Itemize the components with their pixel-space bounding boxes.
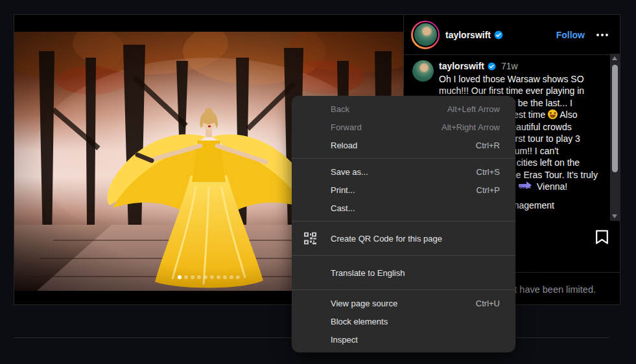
- menu-separator: [292, 255, 515, 256]
- menu-item-label: Translate to English: [331, 268, 405, 278]
- menu-item-back: BackAlt+Left Arrow: [292, 100, 515, 118]
- carousel-dot[interactable]: [230, 275, 233, 279]
- comment-avatar[interactable]: [412, 60, 434, 82]
- soon-arrow-emoji: SOON: [517, 182, 534, 191]
- carousel-dot[interactable]: [223, 275, 227, 279]
- menu-item-label: Reload: [331, 141, 357, 150]
- menu-item-view-page-source[interactable]: View page sourceCtrl+U: [292, 294, 515, 312]
- menu-item-label: Print...: [331, 185, 355, 195]
- menu-item-print[interactable]: Print...Ctrl+P: [292, 181, 515, 199]
- menu-item-label: View page source: [331, 299, 397, 308]
- comment-timestamp: 71w: [501, 60, 518, 73]
- menu-item-shortcut: Ctrl+U: [476, 299, 500, 308]
- menu-item-create-qr-code-for-this-page[interactable]: Create QR Code for this page: [292, 225, 515, 251]
- avatar: [413, 22, 438, 47]
- carousel-dot[interactable]: [204, 275, 207, 279]
- qr-code-icon: [304, 233, 316, 245]
- username-link[interactable]: taylorswift: [445, 30, 491, 40]
- menu-item-label: Back: [331, 104, 349, 114]
- menu-item-reload[interactable]: ReloadCtrl+R: [292, 136, 515, 154]
- carousel-dot[interactable]: [178, 275, 182, 279]
- menu-item-cast[interactable]: Cast...: [292, 199, 515, 217]
- menu-item-translate-to-english[interactable]: Translate to English: [292, 260, 515, 286]
- scrollbar-thumb[interactable]: [612, 65, 618, 172]
- post-header: taylorswift Follow: [404, 15, 620, 55]
- more-options-icon[interactable]: [596, 31, 608, 39]
- menu-item-block-elements[interactable]: Block elements: [292, 312, 515, 330]
- menu-separator: [292, 221, 515, 222]
- menu-item-shortcut: Ctrl+S: [477, 167, 500, 177]
- carousel-dot[interactable]: [191, 275, 194, 279]
- carousel-dot[interactable]: [184, 275, 188, 279]
- follow-button[interactable]: Follow: [556, 30, 585, 40]
- menu-item-label: Forward: [331, 122, 362, 132]
- page: taylorswift Follow taylorswift: [0, 0, 636, 364]
- verified-badge-icon: [488, 62, 496, 71]
- caption-line: much!!! Our first time ever playing in: [439, 85, 602, 97]
- carousel-dot[interactable]: [197, 275, 201, 279]
- scroll-up-arrow-icon[interactable]: [612, 56, 617, 60]
- menu-item-forward: ForwardAlt+Right Arrow: [292, 118, 515, 136]
- avatar-story-ring[interactable]: [411, 21, 440, 49]
- menu-item-label: Save as...: [331, 167, 368, 177]
- browser-context-menu: BackAlt+Left ArrowForwardAlt+Right Arrow…: [292, 96, 515, 352]
- menu-separator: [292, 290, 515, 290]
- menu-item-inspect[interactable]: Inspect: [292, 330, 515, 348]
- caption-line: Oh I loved those Warsaw shows SO: [439, 73, 602, 85]
- menu-item-shortcut: Ctrl+P: [477, 185, 500, 195]
- menu-separator: [292, 158, 515, 159]
- menu-item-label: Block elements: [331, 317, 388, 326]
- menu-item-label: Create QR Code for this page: [331, 234, 442, 244]
- carousel-dot[interactable]: [217, 275, 220, 279]
- menu-item-shortcut: Alt+Left Arrow: [447, 104, 500, 114]
- menu-item-save-as[interactable]: Save as...Ctrl+S: [292, 163, 515, 181]
- comments-scrollbar[interactable]: [610, 54, 620, 221]
- menu-item-shortcut: Ctrl+R: [476, 141, 500, 150]
- carousel-dot[interactable]: [210, 275, 214, 279]
- menu-item-label: Inspect: [331, 335, 358, 345]
- bookmark-icon[interactable]: [595, 229, 609, 245]
- carousel-dot[interactable]: [236, 275, 240, 279]
- scroll-down-arrow-icon[interactable]: [612, 214, 617, 218]
- grin-emoji: [548, 109, 558, 119]
- menu-item-shortcut: Alt+Right Arrow: [442, 122, 500, 132]
- verified-badge-icon: [494, 30, 503, 40]
- comment-username-link[interactable]: taylorswift: [439, 60, 484, 73]
- menu-item-label: Cast...: [331, 203, 355, 213]
